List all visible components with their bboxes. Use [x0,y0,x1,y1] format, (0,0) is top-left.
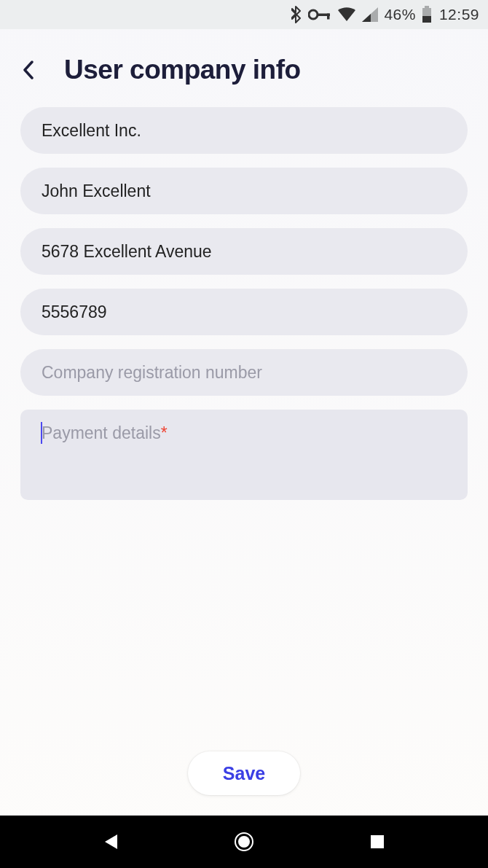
nav-back-button[interactable] [96,827,125,856]
nav-home-button[interactable] [229,827,259,856]
signal-icon [362,7,378,22]
save-button[interactable]: Save [188,751,300,795]
svg-point-7 [238,836,250,848]
svg-rect-5 [422,16,431,23]
square-recent-icon [370,834,385,849]
address-field[interactable] [20,228,468,275]
clock-time: 12:59 [439,6,479,23]
svg-rect-8 [371,835,384,848]
footer: Save [0,751,488,816]
page-title: User company info [64,55,301,85]
page-header: User company info [0,29,488,107]
company-form: Payment details* [0,107,488,751]
payment-details-field[interactable] [20,410,468,500]
back-button[interactable] [20,62,36,78]
circle-home-icon [233,831,255,853]
bluetooth-icon [291,6,302,23]
status-bar: 46% 12:59 [0,0,488,29]
nav-recent-button[interactable] [363,827,392,856]
company-name-field[interactable] [20,107,468,154]
svg-rect-3 [425,6,429,8]
vpn-key-icon [308,9,331,20]
svg-point-0 [309,10,318,19]
payment-details-wrap: Payment details* [20,410,468,503]
triangle-back-icon [103,833,119,851]
battery-percentage: 46% [384,6,416,23]
contact-name-field[interactable] [20,168,468,214]
chevron-left-icon [23,60,34,79]
phone-field[interactable] [20,289,468,335]
android-navigation-bar [0,816,488,868]
battery-icon [422,6,432,23]
registration-number-field[interactable] [20,349,468,396]
wifi-icon [337,7,356,22]
svg-rect-2 [327,14,330,20]
